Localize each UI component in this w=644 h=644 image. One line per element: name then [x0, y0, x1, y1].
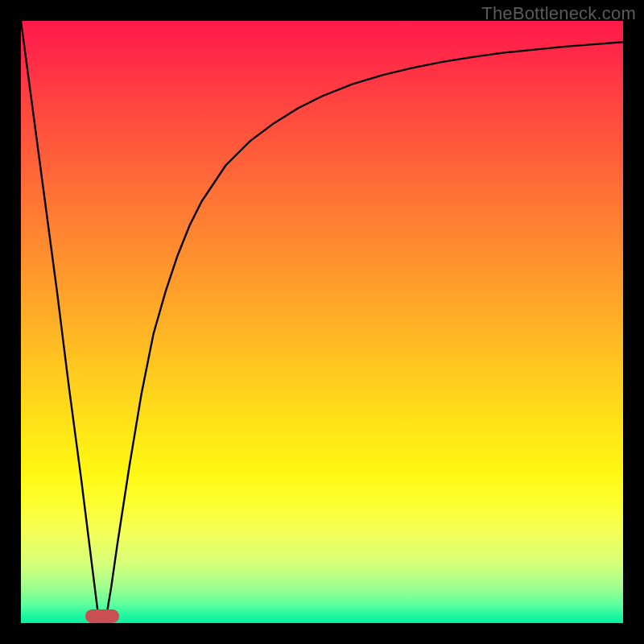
curve-overlay	[21, 21, 623, 623]
optimal-marker	[85, 609, 118, 623]
watermark-text: TheBottleneck.com	[481, 3, 636, 24]
bottleneck-curve	[21, 21, 623, 623]
bottleneck-chart: TheBottleneck.com	[0, 0, 644, 644]
plot-area	[21, 21, 623, 623]
